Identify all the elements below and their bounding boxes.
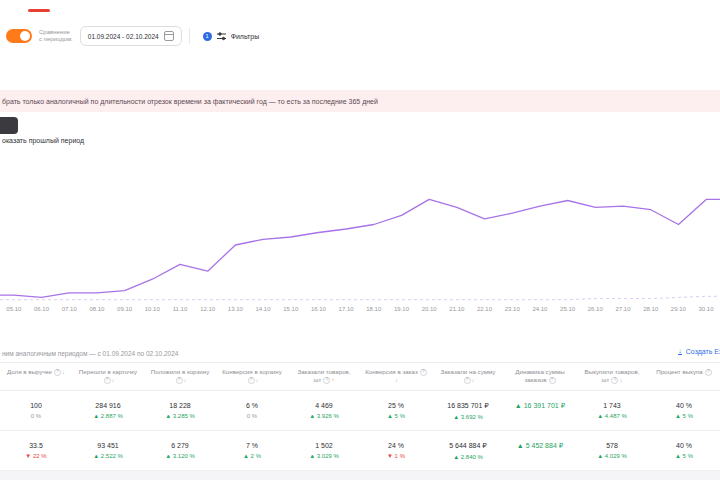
- x-axis-label: 24.10: [526, 306, 554, 312]
- x-axis-label: 16.10: [305, 306, 333, 312]
- analytics-dashboard: Сравнение с периодом: 01.09.2024 - 02.10…: [0, 0, 720, 480]
- cell-delta: ▲ 5 %: [364, 413, 428, 419]
- x-axis-label: 13.10: [222, 306, 250, 312]
- date-range-input[interactable]: 01.09.2024 - 02.10.2024: [80, 26, 182, 46]
- cell-delta: ▲ 5 %: [652, 453, 716, 459]
- sort-down-icon[interactable]: ↓: [62, 369, 65, 375]
- cell-value: 6 %: [220, 402, 284, 409]
- metrics-table: Доля в выручке?↓Перешли в карточку?↓Поло…: [0, 362, 720, 471]
- sort-down-icon[interactable]: ↓: [112, 377, 115, 383]
- cell-delta: ▲ 3.120 %: [148, 453, 212, 459]
- column-header[interactable]: Выкупили товаров, шт?↓: [576, 368, 648, 384]
- cell-delta: ▲ 4.029 %: [580, 453, 644, 459]
- x-axis-label: 15.10: [277, 306, 305, 312]
- download-icon: ↓: [678, 347, 682, 355]
- column-header-label: Динамика суммы заказов: [515, 368, 564, 383]
- sort-down-icon[interactable]: ↓: [619, 377, 622, 383]
- column-header-label: Положили в корзину: [151, 368, 210, 375]
- column-header[interactable]: Конверсия в корзину?↓: [216, 368, 288, 384]
- cell-delta: ▲ 2 %: [220, 453, 284, 459]
- x-axis-label: 09.10: [111, 306, 139, 312]
- table-cell: 578▲ 4.029 %: [576, 442, 648, 460]
- table-cell: ▲ 5 452 884 ₽: [504, 442, 576, 460]
- sort-down-icon[interactable]: ↓: [395, 377, 398, 383]
- sales-funnel-chart[interactable]: [0, 180, 720, 308]
- x-axis-label: 20.10: [415, 306, 443, 312]
- x-axis-label: 21.10: [443, 306, 471, 312]
- column-header[interactable]: Заказали на сумму?↓: [432, 368, 504, 384]
- column-header[interactable]: Доля в выручке?↓: [0, 368, 72, 384]
- help-icon[interactable]: ?: [464, 377, 471, 384]
- help-icon[interactable]: ?: [176, 377, 183, 384]
- chart-canvas[interactable]: [0, 180, 720, 308]
- compare-label-line2: с периодом:: [39, 36, 73, 43]
- filters-button[interactable]: 1 Фильтры: [197, 28, 266, 45]
- x-axis-label: 22.10: [471, 306, 499, 312]
- chart-line-current-period: [0, 199, 720, 297]
- export-excel-link[interactable]: ↓ Создать Exc: [678, 347, 720, 355]
- column-header[interactable]: Конверсия в заказ?↓: [360, 368, 432, 384]
- table-row[interactable]: 1000 %284 916▲ 2.887 %18 228▲ 3.285 %6 %…: [0, 391, 720, 431]
- help-icon[interactable]: ?: [705, 369, 712, 376]
- help-icon[interactable]: ?: [104, 377, 111, 384]
- help-icon[interactable]: ?: [420, 369, 427, 376]
- table-cell: ▲ 16 391 701 ₽: [504, 402, 576, 420]
- show-past-period-label[interactable]: оказать прошлый период: [2, 137, 84, 144]
- cell-delta: ▲ 2.887 %: [76, 413, 140, 419]
- sort-down-icon[interactable]: ↓: [184, 377, 187, 383]
- cell-delta: 0 %: [4, 413, 68, 419]
- column-header-label: Процент выкупа: [656, 368, 703, 375]
- chart-line-previous-period: [0, 296, 720, 299]
- table-cell: 40 %▲ 5 %: [648, 402, 720, 420]
- active-tab-indicator: [28, 9, 50, 12]
- info-banner-text: брать только аналогичный по длительности…: [2, 98, 378, 105]
- sort-up-icon[interactable]: ↑: [331, 377, 334, 383]
- table-cell: 4 469▲ 3.926 %: [288, 402, 360, 420]
- column-header[interactable]: Перешли в карточку?↓: [72, 368, 144, 384]
- help-icon[interactable]: ?: [323, 377, 330, 384]
- table-cell: 18 228▲ 3.285 %: [144, 402, 216, 420]
- table-row[interactable]: 33.5▼ 22 %93 451▲ 2.522 %6 279▲ 3.120 %7…: [0, 431, 720, 471]
- table-cell: 7 %▲ 2 %: [216, 442, 288, 460]
- help-icon[interactable]: ?: [549, 377, 556, 384]
- date-range-value: 01.09.2024 - 02.10.2024: [88, 33, 159, 40]
- help-icon[interactable]: ?: [611, 377, 618, 384]
- cell-value: ▲ 5 452 884 ₽: [508, 442, 572, 450]
- column-header-label: Перешли в карточку: [79, 368, 137, 375]
- chart-x-axis: 05.1006.1007.1008.1009.1010.1011.1012.10…: [0, 306, 720, 312]
- cell-delta: ▼ 22 %: [4, 453, 68, 459]
- table-cell: 1000 %: [0, 402, 72, 420]
- compare-toggle[interactable]: [6, 29, 32, 43]
- help-icon[interactable]: ?: [54, 369, 61, 376]
- cell-value: 1 743: [580, 402, 644, 409]
- column-header[interactable]: Положили в корзину?↓: [144, 368, 216, 384]
- filters-label: Фильтры: [231, 33, 260, 40]
- column-header[interactable]: Процент выкупа?: [648, 368, 720, 384]
- x-axis-label: 07.10: [55, 306, 83, 312]
- column-header[interactable]: Динамика суммы заказов?: [504, 368, 576, 384]
- cell-value: 40 %: [652, 402, 716, 409]
- cell-value: 284 916: [76, 402, 140, 409]
- filters-count-badge: 1: [203, 32, 212, 41]
- cell-delta: ▼ 1 %: [364, 453, 428, 459]
- period-controls: Сравнение с периодом: 01.09.2024 - 02.10…: [2, 24, 265, 48]
- x-axis-label: 29.10: [665, 306, 693, 312]
- column-header[interactable]: Заказали товаров, шт?↑: [288, 368, 360, 384]
- info-banner: брать только аналогичный по длительности…: [0, 90, 720, 112]
- cell-value: 578: [580, 442, 644, 449]
- column-header-label: Конверсия в заказ: [365, 368, 418, 375]
- table-body: 1000 %284 916▲ 2.887 %18 228▲ 3.285 %6 %…: [0, 391, 720, 471]
- compare-period-label: Сравнение с периодом:: [39, 29, 73, 43]
- x-axis-label: 17.10: [332, 306, 360, 312]
- table-header-row: Доля в выручке?↓Перешли в карточку?↓Поло…: [0, 362, 720, 391]
- cell-delta: ▲ 3.029 %: [292, 453, 356, 459]
- sort-down-icon[interactable]: ↓: [256, 377, 259, 383]
- sort-down-icon[interactable]: ↓: [472, 377, 475, 383]
- cell-delta: ▲ 5 %: [652, 413, 716, 419]
- cell-delta: ▲ 4.487 %: [580, 413, 644, 419]
- x-axis-label: 26.10: [581, 306, 609, 312]
- help-icon[interactable]: ?: [248, 377, 255, 384]
- cell-value: 4 469: [292, 402, 356, 409]
- cell-delta: ▲ 2.522 %: [76, 453, 140, 459]
- x-axis-label: 30.10: [692, 306, 720, 312]
